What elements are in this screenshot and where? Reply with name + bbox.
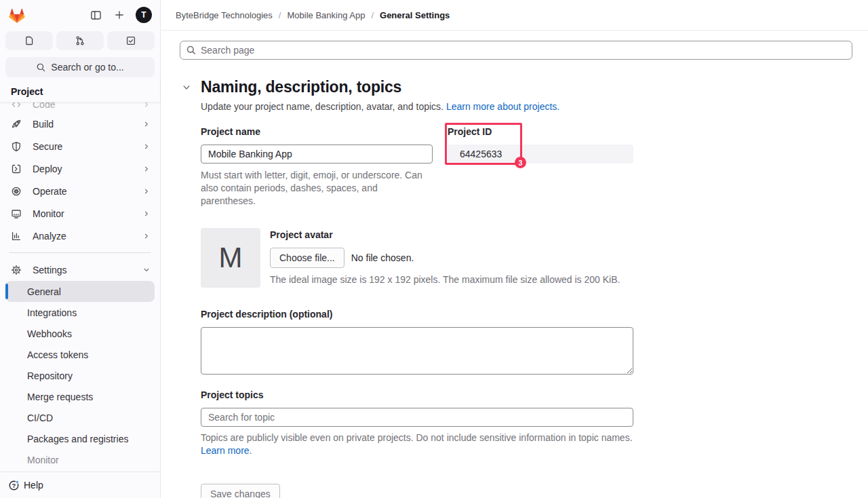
project-topics-input[interactable] [201, 408, 633, 427]
breadcrumb: ByteBridge Technologies / Mobile Banking… [161, 0, 868, 31]
sidebar-context-title: Project [0, 77, 160, 102]
issues-icon [24, 35, 35, 46]
merge-request-icon [75, 35, 85, 46]
create-new-icon[interactable] [112, 7, 127, 22]
active-indicator [5, 284, 8, 299]
project-name-label: Project name [201, 126, 433, 137]
sidebar-subitem-repository[interactable]: Repository [5, 365, 155, 386]
breadcrumb-separator: / [371, 10, 374, 20]
sidebar-item-secure[interactable]: Secure [5, 135, 155, 157]
topics-help-text: Topics are publicly visible even on priv… [201, 432, 633, 457]
chevron-right-icon [142, 102, 151, 109]
sidebar: T Search or go to... Project Code Build [0, 0, 161, 498]
help-icon: ? [8, 480, 20, 491]
merge-requests-shortcut-button[interactable] [56, 31, 104, 50]
help-menu[interactable]: ? Help [8, 478, 152, 493]
code-icon [11, 102, 22, 110]
breadcrumb-separator: / [279, 10, 281, 20]
deploy-icon [11, 164, 22, 174]
sidebar-item-code-clipped[interactable]: Code [0, 102, 160, 113]
sidebar-item-monitor[interactable]: Monitor [5, 202, 155, 225]
no-file-chosen-text: No file chosen. [351, 252, 414, 263]
sidebar-nav: Code Build Secure Deploy Operate Monitor [0, 102, 160, 472]
learn-more-projects-link[interactable]: Learn more about projects. [446, 101, 559, 112]
sidebar-item-settings[interactable]: Settings [5, 258, 155, 281]
chevron-right-icon [142, 142, 151, 151]
sidebar-subitem-integrations[interactable]: Integrations [5, 302, 155, 323]
sidebar-subitem-cicd[interactable]: CI/CD [5, 407, 155, 428]
breadcrumb-group[interactable]: ByteBridge Technologies [176, 10, 273, 20]
sidebar-subitem-monitor[interactable]: Monitor [5, 449, 155, 470]
chevron-right-icon [142, 187, 151, 195]
project-id-field: 64425633 [448, 145, 633, 164]
sidebar-subitem-access-tokens[interactable]: Access tokens [5, 344, 155, 365]
project-description-label: Project description (optional) [201, 309, 633, 320]
project-name-input[interactable] [201, 145, 433, 164]
gitlab-logo-icon[interactable] [8, 7, 26, 24]
issues-shortcut-button[interactable] [5, 31, 53, 50]
chevron-down-icon [142, 266, 151, 274]
page-search-input[interactable] [180, 41, 852, 60]
chart-icon [11, 231, 22, 242]
sidebar-subitem-general[interactable]: General [5, 281, 155, 302]
section-title: Naming, description, topics [201, 78, 401, 96]
project-topics-label: Project topics [201, 389, 633, 400]
sidebar-top-bar: T [0, 0, 160, 30]
save-changes-button[interactable]: Save changes [201, 484, 280, 498]
search-or-go-to[interactable]: Search or go to... [5, 57, 155, 77]
search-icon [186, 45, 197, 56]
sidebar-footer: ? Help [0, 472, 160, 498]
todo-shortcut-button[interactable] [107, 31, 155, 50]
user-avatar[interactable]: T [136, 7, 152, 23]
topics-learn-more-link[interactable]: Learn more. [201, 445, 252, 456]
section-collapse-chevron-down-icon[interactable] [182, 83, 191, 92]
monitor-icon [11, 208, 22, 219]
project-id-label: Project ID [448, 126, 633, 137]
project-name-help: Must start with letter, digit, emoji, or… [201, 169, 433, 208]
rocket-icon [11, 119, 22, 130]
project-avatar-label: Project avatar [270, 229, 620, 240]
sidebar-shortcuts [5, 31, 155, 50]
sidebar-item-build[interactable]: Build [5, 113, 155, 135]
chevron-right-icon [142, 120, 151, 128]
shield-icon [11, 141, 22, 152]
naming-form: Project name Must start with letter, dig… [201, 126, 633, 498]
sidebar-item-deploy[interactable]: Deploy [5, 157, 155, 180]
choose-file-button[interactable]: Choose file... [270, 248, 344, 268]
svg-text:?: ? [12, 482, 16, 489]
breadcrumb-current-page: General Settings [380, 10, 450, 20]
project-description-textarea[interactable] [201, 327, 633, 375]
chevron-right-icon [142, 210, 151, 218]
section-subtitle: Update your project name, description, a… [201, 101, 868, 112]
chevron-right-icon [142, 232, 151, 240]
chevron-right-icon [142, 165, 151, 173]
sidebar-subitem-webhooks[interactable]: Webhooks [5, 323, 155, 344]
todo-check-icon [125, 35, 136, 46]
breadcrumb-project[interactable]: Mobile Banking App [287, 10, 365, 20]
sidebar-divider [9, 252, 151, 253]
sidebar-item-analyze[interactable]: Analyze [5, 225, 155, 247]
sidebar-subitem-packages[interactable]: Packages and registries [5, 428, 155, 449]
help-label: Help [24, 480, 43, 491]
search-icon [36, 62, 46, 73]
operate-globe-icon [11, 186, 22, 197]
project-avatar-preview: M [201, 228, 260, 288]
search-or-go-to-label: Search or go to... [51, 62, 123, 73]
settings-submenu: General Integrations Webhooks Access tok… [0, 281, 160, 470]
gear-icon [11, 265, 22, 275]
collapse-sidebar-icon[interactable] [88, 7, 103, 22]
sidebar-subitem-merge-requests[interactable]: Merge requests [5, 386, 155, 407]
main-content: ByteBridge Technologies / Mobile Banking… [161, 0, 868, 498]
avatar-help-text: The ideal image size is 192 x 192 pixels… [270, 274, 620, 285]
sidebar-item-operate[interactable]: Operate [5, 180, 155, 202]
